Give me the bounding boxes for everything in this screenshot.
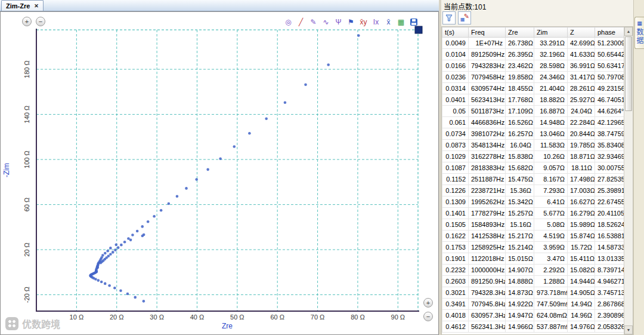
table-row[interactable]: 0.11522511887Hz15.475Ω8.167Ω17.498Ω27.82… <box>442 174 626 185</box>
curve-tool-icon[interactable]: ∿ <box>320 17 332 27</box>
table-row[interactable]: 0.4018630957.3Hz14.947Ω624.08mΩ14.96Ω2.3… <box>442 310 626 321</box>
column-header[interactable]: Zre <box>506 27 534 38</box>
table-row[interactable]: 0.10872818383Hz15.682Ω9.057Ω18.11Ω30.007… <box>442 162 626 174</box>
table-cell: 1000000Hz <box>469 265 506 276</box>
table-cell: 42.12965° <box>595 117 626 128</box>
data-panel-tab[interactable]: ▦ 数据 <box>634 17 644 49</box>
table-row[interactable]: 0.15051584893Hz15.16Ω5.08Ω15.989Ω18.5262… <box>442 219 626 230</box>
table-cell: 0.0314 <box>442 83 469 94</box>
table-cell: 17.109Ω <box>506 106 534 117</box>
ix-marker-icon-glyph: Ix <box>373 19 379 26</box>
axis-zoom-out-button[interactable]: − <box>423 312 433 321</box>
table-row[interactable]: 0.04015623413Hz17.768Ω18.882Ω25.927Ω46.7… <box>442 94 626 106</box>
table-row[interactable]: 0.08733548134Hz16.04Ω11.583Ω19.785Ω35.83… <box>442 140 626 151</box>
table-row[interactable]: 0.055011873Hz17.109Ω16.887Ω24.04Ω44.6264… <box>442 106 626 117</box>
table-row[interactable]: 0.01667943283Hz23.462Ω28.598Ω36.991Ω50.6… <box>442 60 626 72</box>
column-header[interactable]: Freq <box>469 27 506 38</box>
line-tool-icon[interactable]: ╱ <box>295 17 306 27</box>
table-row[interactable]: 0.3021794328.3Hz14.873Ω973.718mΩ14.905Ω3… <box>442 287 626 299</box>
data-table: t(s)FreqZreZimZphase0.00491E+07Hz26.738Ω… <box>442 27 626 333</box>
table-row[interactable]: 0.0614466836Hz16.526Ω14.948Ω22.284Ω42.12… <box>442 117 626 128</box>
flag-icon[interactable]: ⚑ <box>345 17 357 27</box>
column-header[interactable]: t(s) <box>442 27 469 38</box>
table-row[interactable]: 0.10293162278Hz15.838Ω10.26Ω18.871Ω32.93… <box>442 151 626 162</box>
zoom-controls-top: + − <box>22 17 45 26</box>
table-row[interactable]: 0.14011778279Hz15.257Ω5.677Ω16.279Ω20.41… <box>442 208 626 219</box>
table-cell: 747.509mΩ <box>534 299 568 310</box>
table-cell: 22.284Ω <box>568 117 595 128</box>
table-row[interactable]: 0.17531258925Hz15.214Ω3.959Ω15.72Ω14.587… <box>442 242 626 253</box>
grid-view-icon[interactable]: ▦ <box>395 17 407 27</box>
scatter-point <box>107 255 110 258</box>
table-cell: 15.342Ω <box>506 196 534 208</box>
curve-tool-icon-glyph: ∿ <box>323 19 329 26</box>
table-cell: 0.061 <box>442 117 469 128</box>
edit-data-button[interactable]: ▦ ✎ <box>458 11 471 24</box>
watermark-text: 优数跨境 <box>22 316 60 331</box>
table-cell: 16.04Ω <box>506 140 534 151</box>
axis-zoom-in-button[interactable]: + <box>423 298 433 308</box>
mean-marker-icon[interactable]: x̄ <box>383 17 394 27</box>
filter-button[interactable] <box>442 11 456 24</box>
table-row[interactable]: 0.02367079458Hz19.858Ω24.346Ω31.417Ω50.7… <box>442 72 626 83</box>
table-cell: 18.52624° <box>595 219 626 230</box>
table-cell: 15.082Ω <box>568 265 595 276</box>
table-row[interactable]: 0.13091995262Hz15.342Ω6.41Ω16.627Ω22.674… <box>442 196 626 208</box>
table-cell: 13.046Ω <box>534 128 568 140</box>
table-cell: 0.1901 <box>442 253 469 265</box>
zoom-out-button[interactable]: − <box>36 17 45 26</box>
table-cell: 4466836Hz <box>469 117 506 128</box>
table-row[interactable]: 0.03146309574Hz18.455Ω21.404Ω28.261Ω49.2… <box>442 83 626 94</box>
x-tick-label: 80 Ω <box>351 314 365 321</box>
table-row[interactable]: 0.4612562341.3Hz14.966Ω537.887mΩ14.976Ω2… <box>442 321 626 333</box>
nyquist-plot[interactable]: 10 Ω20 Ω30 Ω40 Ω50 Ω60 Ω70 Ω80 Ω90 Ω-20 … <box>1 12 438 334</box>
table-row[interactable]: 0.3491707945.8Hz14.922Ω747.509mΩ14.94Ω2.… <box>442 299 626 310</box>
table-cell: 14.94Ω <box>568 299 595 310</box>
mean-marker-icon-glyph: x̄ <box>387 19 391 26</box>
fan-tool-icon[interactable]: Ψ <box>333 17 344 27</box>
xy-marker-icon[interactable]: x̄y <box>358 17 369 27</box>
scroll-thumb[interactable] <box>625 36 632 111</box>
scatter-point <box>97 279 100 282</box>
points-count-label: 当前点数:101 <box>444 3 486 11</box>
table-row[interactable]: 0.00491E+07Hz26.738Ω33.291Ω42.699Ω51.230… <box>442 38 626 49</box>
table-cell: 25.39891° <box>595 185 626 196</box>
table-cell: 1584893Hz <box>469 219 506 230</box>
table-cell: 41.633Ω <box>568 49 595 60</box>
save-icon[interactable] <box>408 17 419 27</box>
table-cell: 31.417Ω <box>568 72 595 83</box>
table-cell: 7079458Hz <box>469 72 506 83</box>
scatter-point <box>127 237 130 240</box>
table-cell: 38.74759° <box>595 128 626 140</box>
scatter-point <box>104 282 107 285</box>
table-row[interactable]: 0.16221412538Hz15.217Ω4.519Ω15.874Ω16.53… <box>442 230 626 242</box>
zoom-in-button[interactable]: + <box>22 17 32 26</box>
y-tick-label: 180 Ω <box>23 60 30 78</box>
table-cell: 0.1087 <box>442 162 469 174</box>
ix-marker-icon[interactable]: Ix <box>370 17 382 27</box>
table-cell: 36.991Ω <box>568 60 595 72</box>
table-row[interactable]: 0.01048912509Hz26.395Ω32.196Ω41.633Ω50.6… <box>442 49 626 60</box>
table-row[interactable]: 0.07343981072Hz16.257Ω13.046Ω20.844Ω38.7… <box>442 128 626 140</box>
table-row[interactable]: 0.19011122018Hz15.015Ω3.47Ω15.411Ω13.013… <box>442 253 626 265</box>
tab-zim-zre[interactable]: Zim-Zre ✕ <box>1 0 44 11</box>
y-tick-label: -20 Ω <box>23 287 30 303</box>
table-cell: 624.08mΩ <box>534 310 568 321</box>
table-row[interactable]: 0.22321000000Hz14.907Ω2.292Ω15.082Ω8.739… <box>442 265 626 276</box>
table-row[interactable]: 0.2603891250.9Hz14.888Ω1.288Ω14.944Ω4.94… <box>442 276 626 287</box>
table-row[interactable]: 0.12262238721Hz15.36Ω7.293Ω17.003Ω25.398… <box>442 185 626 196</box>
table-cell: 46.74051° <box>595 94 626 106</box>
crosshair-icon[interactable]: ◎ <box>283 17 294 27</box>
pencil-tool-icon[interactable]: ✎ <box>308 17 319 27</box>
table-scrollbar[interactable]: ▲ ▼ <box>624 27 633 334</box>
column-header[interactable]: Z <box>568 27 595 38</box>
tab-close-icon[interactable]: ✕ <box>34 3 39 9</box>
scroll-down-arrow[interactable]: ▼ <box>624 325 633 334</box>
table-cell: 22.67455° <box>595 196 626 208</box>
column-header[interactable]: Zim <box>534 27 568 38</box>
scroll-up-arrow[interactable]: ▲ <box>624 27 633 36</box>
column-header[interactable]: phase <box>595 27 626 38</box>
plot-canvas[interactable]: 10 Ω20 Ω30 Ω40 Ω50 Ω60 Ω70 Ω80 Ω90 Ω-20 … <box>0 11 439 335</box>
table-cell: 44.6264° <box>595 106 626 117</box>
table-cell: 14.905Ω <box>568 287 595 299</box>
